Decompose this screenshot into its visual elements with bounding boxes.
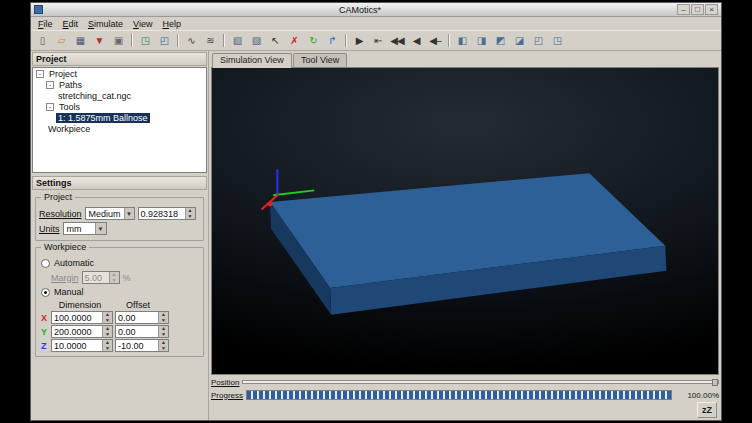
optimize-button[interactable]: ↱ [323,32,341,49]
pointer-icon: ↖ [271,36,278,46]
menu-help[interactable]: Help [157,18,186,30]
x-offset-spinbox[interactable]: 0.00▲▼ [115,311,169,324]
project-tree[interactable]: -Project-Pathsstretching_cat.ngc-Tools1:… [32,67,207,173]
save-project-button[interactable]: ▦ [71,32,89,49]
x-offset-spinbox-down-icon[interactable]: ▼ [159,318,168,324]
view-front-button[interactable]: ◨ [472,32,490,49]
radio-circle-icon [41,288,50,297]
view-top-button[interactable]: ◳ [548,32,566,49]
progress-label: Progress [211,391,243,400]
y-offset-spinbox[interactable]: 0.00▲▼ [115,325,169,338]
automatic-radio[interactable]: Automatic [41,258,198,268]
screenshot-button[interactable]: ▣ [109,32,127,49]
menu-simulate[interactable]: Simulate [83,18,128,30]
tab-tool-view[interactable]: Tool View [293,53,347,67]
show-surface-button[interactable]: ≋ [201,32,219,49]
z-offset-spinbox-spinners[interactable]: ▲▼ [158,340,168,351]
margin-spinbox-value: 5.00 [83,272,109,283]
view-left-button[interactable]: ◪ [510,32,528,49]
y-offset-spinbox-spinners[interactable]: ▲▼ [158,326,168,337]
app-icon [34,5,43,14]
titlebar[interactable]: CAMotics* – □ × [31,3,721,17]
add-file-button[interactable]: ◳ [136,32,154,49]
fast-rewind-button[interactable]: ◀◀ [388,32,406,49]
snooze-button[interactable]: zZ [697,402,717,418]
chevron-down-icon[interactable]: ▼ [124,208,134,219]
resolution-value-spinbox[interactable]: 0.928318▲▼ [138,207,196,220]
export-button[interactable]: ▼ [90,32,108,49]
z-offset-spinbox-down-icon[interactable]: ▼ [159,346,168,352]
go-to-start-button[interactable]: ⇤ [369,32,387,49]
step-back-button[interactable]: ◀ [407,32,425,49]
stop-button[interactable]: ✗ [285,32,303,49]
resolution-value-spinbox-down-icon[interactable]: ▼ [186,214,195,220]
x-dimension-spinbox-spinners[interactable]: ▲▼ [102,312,112,323]
y-dimension-spinbox-down-icon[interactable]: ▼ [103,332,112,338]
tree-item-label: Workpiece [46,124,92,134]
close-button[interactable]: × [705,4,718,15]
margin-percent-suffix: % [123,273,131,283]
resolution-combo[interactable]: Medium ▼ [85,207,135,220]
show-workpiece-button[interactable]: ▧ [228,32,246,49]
position-slider-handle[interactable] [712,379,718,386]
z-offset-spinbox-value: -10.00 [116,340,158,351]
view-isometric-button[interactable]: ◧ [453,32,471,49]
simulation-viewport[interactable] [211,67,719,375]
z-dimension-spinbox[interactable]: 10.0000▲▼ [51,339,113,352]
step-forward-button[interactable]: ◀‒ [426,32,444,49]
view-back-button[interactable]: ◩ [491,32,509,49]
maximize-button[interactable]: □ [691,4,704,15]
pointer-button[interactable]: ↖ [266,32,284,49]
play-button[interactable]: ▶ [350,32,368,49]
reload-icon: ↻ [309,36,316,46]
x-dimension-spinbox-down-icon[interactable]: ▼ [103,318,112,324]
desktop: CAMotics* – □ × FileEditSimulateViewHelp… [0,0,752,423]
menu-file[interactable]: File [33,18,58,30]
y-offset-spinbox-down-icon[interactable]: ▼ [159,332,168,338]
screenshot-icon: ▣ [114,36,122,46]
y-axis-line [273,190,314,195]
reload-button[interactable]: ↻ [304,32,322,49]
window-controls: – □ × [677,4,718,15]
units-combo[interactable]: mm ▼ [63,222,107,235]
tree-item-1-1-5875mm-ballnose[interactable]: 1: 1.5875mm Ballnose [33,112,206,123]
axis-rows: X100.0000▲▼0.00▲▼Y200.0000▲▼0.00▲▼Z10.00… [39,311,200,352]
chevron-down-icon[interactable]: ▼ [95,223,106,234]
open-project-button[interactable]: ▱ [52,32,70,49]
x-dimension-spinbox[interactable]: 100.0000▲▼ [51,311,113,324]
tree-item-tools[interactable]: -Tools [33,101,206,112]
progress-row: Progress 100.00% [211,389,719,401]
tab-simulation-view[interactable]: Simulation View [212,53,292,68]
z-dimension-spinbox-spinners[interactable]: ▲▼ [102,340,112,351]
3d-scene [212,68,718,374]
tree-item-label: Paths [57,80,84,90]
position-slider[interactable] [242,380,719,384]
tree-item-stretching-cat-ngc[interactable]: stretching_cat.ngc [33,90,206,101]
y-dimension-spinbox-spinners[interactable]: ▲▼ [102,326,112,337]
x-offset-spinbox-value: 0.00 [116,312,158,323]
collapse-icon[interactable]: - [36,70,44,78]
x-offset-spinbox-spinners[interactable]: ▲▼ [158,312,168,323]
tree-item-workpiece[interactable]: Workpiece [33,123,206,134]
position-row: Position [211,377,719,387]
menu-view[interactable]: View [128,18,157,30]
z-offset-spinbox[interactable]: -10.00▲▼ [115,339,169,352]
resolution-value-spinbox-spinners[interactable]: ▲▼ [185,208,195,219]
workpiece-bounds-button[interactable]: ▨ [247,32,265,49]
collapse-icon[interactable]: - [46,81,54,89]
tree-item-project[interactable]: -Project [33,68,206,79]
view-back-icon: ◩ [496,36,504,46]
menu-edit[interactable]: Edit [58,18,84,30]
show-path-button[interactable]: ∿ [182,32,200,49]
manual-radio[interactable]: Manual [41,287,198,297]
minimize-button[interactable]: – [677,4,690,15]
z-dimension-spinbox-down-icon[interactable]: ▼ [103,346,112,352]
view-right-button[interactable]: ◰ [529,32,547,49]
tree-item-paths[interactable]: -Paths [33,79,206,90]
collapse-icon[interactable]: - [46,103,54,111]
save-project-icon: ▦ [76,36,84,46]
new-project-button[interactable]: ▯ [33,32,51,49]
add-tool-button[interactable]: ◰ [155,32,173,49]
y-dimension-spinbox[interactable]: 200.0000▲▼ [51,325,113,338]
project-settings-group: Project Resolution Medium ▼ 0.928318▲▼ U… [35,197,204,241]
